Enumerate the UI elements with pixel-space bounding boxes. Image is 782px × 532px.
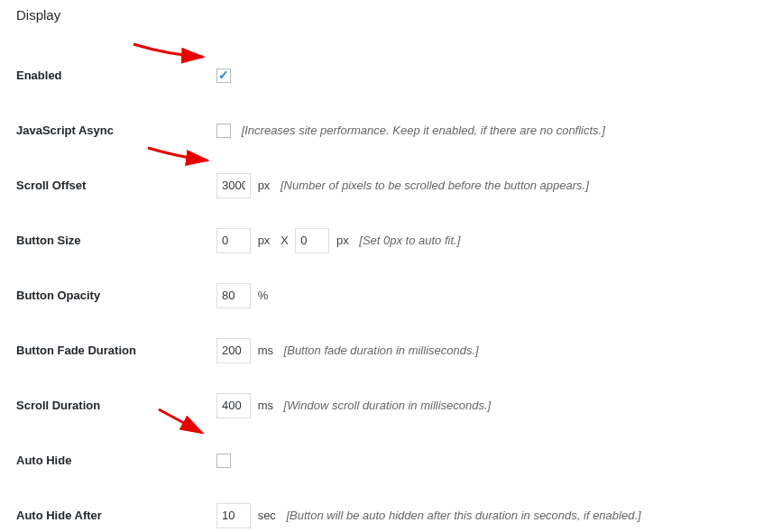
label-button-fade: Button Fade Duration <box>0 323 216 378</box>
hint-button-size: [Set 0px to auto fit.] <box>359 234 460 247</box>
label-scroll-offset: Scroll Offset <box>0 158 216 213</box>
row-auto-hide: Auto Hide <box>0 433 782 488</box>
settings-table: Enabled JavaScript Async [Increases site… <box>0 48 782 532</box>
row-auto-hide-after: Auto Hide After sec [Button will be auto… <box>0 488 782 532</box>
hint-scroll-duration: [Window scroll duration in milliseconds.… <box>284 399 492 412</box>
unit-auto-hide-after: sec <box>258 509 276 522</box>
input-button-opacity[interactable] <box>216 283 251 308</box>
unit-scroll-offset: px <box>258 179 271 192</box>
label-auto-hide: Auto Hide <box>0 433 216 488</box>
row-scroll-duration: Scroll Duration ms [Window scroll durati… <box>0 378 782 433</box>
row-button-size: Button Size px X px [Set 0px to auto fit… <box>0 213 782 268</box>
unit-button-height: px <box>336 234 349 247</box>
row-js-async: JavaScript Async [Increases site perform… <box>0 103 782 158</box>
checkbox-js-async[interactable] <box>216 124 231 138</box>
row-enabled: Enabled <box>0 48 782 103</box>
unit-button-fade: ms <box>258 344 273 357</box>
unit-button-opacity: % <box>258 289 269 302</box>
input-button-width[interactable] <box>216 228 251 253</box>
label-auto-hide-after: Auto Hide After <box>0 488 216 532</box>
label-js-async: JavaScript Async <box>0 103 216 158</box>
label-button-size: Button Size <box>0 213 216 268</box>
section-title: Display <box>0 0 782 23</box>
label-scroll-duration: Scroll Duration <box>0 378 216 433</box>
input-button-height[interactable] <box>295 228 329 253</box>
hint-js-async: [Increases site performance. Keep it ena… <box>242 124 605 137</box>
checkbox-enabled[interactable] <box>216 69 231 83</box>
checkbox-auto-hide[interactable] <box>216 454 231 468</box>
row-button-opacity: Button Opacity % <box>0 268 782 323</box>
input-scroll-offset[interactable] <box>216 173 251 198</box>
unit-button-width: px <box>258 234 271 247</box>
row-button-fade: Button Fade Duration ms [Button fade dur… <box>0 323 782 378</box>
size-x-separator: X <box>281 234 289 247</box>
input-button-fade[interactable] <box>216 338 251 363</box>
label-button-opacity: Button Opacity <box>0 268 216 323</box>
hint-scroll-offset: [Number of pixels to be scrolled before … <box>281 179 589 192</box>
label-enabled: Enabled <box>0 48 216 103</box>
hint-auto-hide-after: [Button will be auto hidden after this d… <box>286 509 640 522</box>
input-auto-hide-after[interactable] <box>216 503 251 528</box>
row-scroll-offset: Scroll Offset px [Number of pixels to be… <box>0 158 782 213</box>
input-scroll-duration[interactable] <box>216 393 251 418</box>
unit-scroll-duration: ms <box>258 399 273 412</box>
hint-button-fade: [Button fade duration in milliseconds.] <box>284 344 479 357</box>
